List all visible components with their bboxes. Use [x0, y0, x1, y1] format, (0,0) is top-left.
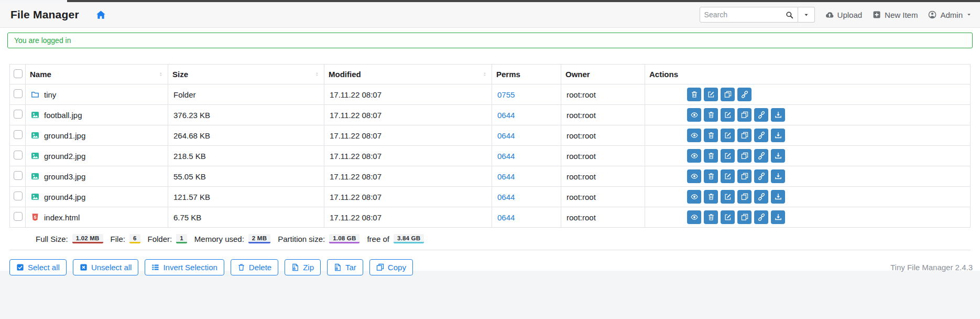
row-checkbox[interactable]: [14, 212, 23, 221]
table-row: 5index.html6.75 KB17.11.22 08:070644root…: [10, 207, 971, 228]
edit-button[interactable]: [721, 210, 735, 224]
preview-button[interactable]: [687, 169, 701, 183]
home-button[interactable]: [96, 10, 106, 20]
delete-button[interactable]: [704, 129, 718, 142]
delete-button[interactable]: Delete: [231, 259, 278, 275]
edit-button[interactable]: [704, 88, 718, 101]
column-header-name[interactable]: Name: [26, 65, 168, 84]
delete-button[interactable]: [704, 108, 718, 122]
link-button[interactable]: [754, 129, 768, 142]
link-button[interactable]: [754, 210, 768, 224]
image-icon: [31, 111, 39, 119]
table-row: ground3.jpg55.05 KB17.11.22 08:070644roo…: [10, 166, 971, 187]
download-button[interactable]: [771, 129, 785, 142]
select-all-checkbox[interactable]: [14, 69, 23, 78]
perms-link[interactable]: 0644: [497, 193, 515, 201]
link-button[interactable]: [754, 108, 768, 122]
perms-link[interactable]: 0644: [497, 213, 515, 222]
file-name-link[interactable]: ground1.jpg: [31, 131, 162, 140]
edit-button[interactable]: [721, 108, 735, 122]
copy-button[interactable]: Copy: [369, 259, 413, 275]
row-checkbox[interactable]: [14, 171, 23, 180]
file-name-link[interactable]: football.jpg: [31, 111, 162, 120]
search-input[interactable]: [704, 10, 786, 19]
preview-button[interactable]: [687, 149, 701, 163]
file-size: 121.57 KB: [168, 187, 324, 207]
sort-icon: [482, 71, 487, 78]
invert-selection-button[interactable]: Invert Selection: [145, 259, 224, 275]
search-options-dropdown[interactable]: [798, 7, 815, 23]
upload-button[interactable]: Upload: [825, 10, 863, 19]
file-name: ground4.jpg: [44, 193, 85, 201]
download-button[interactable]: [771, 210, 785, 224]
row-checkbox[interactable]: [14, 151, 23, 160]
file-owner: root:root: [561, 207, 645, 228]
copy-button[interactable]: [737, 108, 752, 122]
perms-link[interactable]: 0644: [497, 131, 515, 140]
admin-menu[interactable]: Admin: [928, 10, 972, 19]
preview-icon: [691, 173, 698, 180]
perms-link[interactable]: 0644: [497, 111, 515, 120]
file-name-link[interactable]: tiny: [31, 90, 162, 99]
column-header-modified[interactable]: Modified: [324, 65, 492, 84]
perms-link[interactable]: 0755: [497, 90, 515, 99]
chevron-down-icon: [966, 12, 972, 17]
copy-button[interactable]: [721, 88, 735, 101]
copy-icon: [741, 214, 748, 221]
file-name-link[interactable]: 5index.html: [31, 213, 162, 222]
link-button[interactable]: [754, 169, 768, 183]
stat-item: free of3.84 GB: [367, 234, 424, 243]
unselect-all-button[interactable]: Unselect all: [73, 259, 139, 275]
column-header-size[interactable]: Size: [168, 65, 324, 84]
row-checkbox[interactable]: [14, 130, 23, 139]
row-checkbox[interactable]: [14, 89, 23, 98]
preview-button[interactable]: [687, 129, 701, 142]
delete-icon: [707, 111, 715, 119]
copy-button[interactable]: [737, 149, 752, 163]
delete-button[interactable]: [704, 169, 718, 183]
edit-button[interactable]: [721, 190, 735, 204]
row-checkbox[interactable]: [14, 110, 23, 119]
sort-icon: [158, 71, 164, 78]
link-button[interactable]: [754, 149, 768, 163]
select-all-button[interactable]: Select all: [9, 259, 67, 275]
download-button[interactable]: [771, 149, 785, 163]
stat-item: Folder:1: [148, 234, 187, 243]
perms-link[interactable]: 0644: [497, 152, 515, 161]
edit-button[interactable]: [721, 169, 735, 183]
file-owner: root:root: [561, 125, 645, 146]
row-checkbox[interactable]: [14, 192, 23, 200]
download-button[interactable]: [771, 190, 785, 204]
file-name-link[interactable]: ground4.jpg: [31, 193, 162, 201]
copy-icon: [741, 152, 748, 160]
link-button[interactable]: [737, 88, 752, 101]
edit-button[interactable]: [721, 129, 735, 142]
tar-button[interactable]: Tar: [327, 259, 363, 275]
preview-button[interactable]: [687, 108, 701, 122]
edit-button[interactable]: [721, 149, 735, 163]
copy-button[interactable]: [737, 190, 752, 204]
delete-button[interactable]: [704, 190, 718, 204]
search-icon[interactable]: [786, 11, 793, 19]
edit-icon: [724, 152, 732, 160]
zip-button[interactable]: Zip: [285, 259, 321, 275]
copy-button[interactable]: [737, 210, 752, 224]
copy-button[interactable]: [737, 129, 752, 142]
copy-button[interactable]: [737, 169, 752, 183]
download-icon: [775, 152, 782, 160]
perms-link[interactable]: 0644: [497, 172, 515, 181]
stat-label: Full Size:: [36, 235, 68, 243]
delete-button[interactable]: [687, 88, 701, 101]
preview-button[interactable]: [687, 210, 701, 224]
new-item-button[interactable]: New Item: [873, 10, 918, 19]
delete-button[interactable]: [704, 149, 718, 163]
preview-button[interactable]: [687, 190, 701, 204]
link-button[interactable]: [754, 190, 768, 204]
file-name-link[interactable]: ground3.jpg: [31, 172, 162, 181]
download-button[interactable]: [771, 169, 785, 183]
delete-button[interactable]: [704, 210, 718, 224]
file-name-link[interactable]: ground2.jpg: [31, 152, 162, 161]
file-size: 55.05 KB: [168, 166, 324, 187]
file-owner: root:root: [561, 146, 645, 166]
download-button[interactable]: [771, 108, 785, 122]
